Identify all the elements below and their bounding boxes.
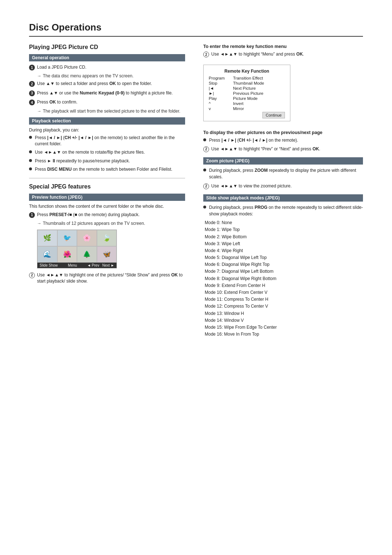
thumb-4: 🍃 (97, 230, 117, 246)
thumb-7: 🌲 (77, 246, 97, 263)
playback-bullet-2: Use ◄►▲▼ on the remote to rotate/flip th… (29, 149, 185, 155)
thumb-bar-menu[interactable]: Menu (68, 263, 77, 267)
other-pics-heading: To display the other pictures on the pre… (203, 130, 363, 135)
remote-key-table-title: Remote Key Function (209, 69, 285, 74)
rkt-key-stop: Stop (209, 81, 229, 85)
rkt-key-next: ►| (209, 91, 229, 96)
rkt-key-up: ^ (209, 101, 229, 106)
rkt-key-play: Play (209, 96, 229, 101)
other-pics-step-2: 2 Use ◄►▲▼ to highlight “Prev” or “Next”… (203, 146, 363, 152)
general-step-2: 2 Use ▲▼ to select a folder and press OK… (29, 81, 185, 87)
mode-2: Mode 2: Wipe Bottom (205, 234, 363, 240)
rkt-key-down: v (209, 106, 229, 111)
rkt-row-stop: Stop Thumbnail Mode (209, 81, 285, 85)
mode-16: Mode 16: Move In From Top (205, 331, 363, 338)
mode-3: Mode 3: Wipe Left (205, 240, 363, 247)
rkt-val-play: Picture Mode (233, 96, 285, 101)
rkt-row-program: Program Transition Effect (209, 76, 285, 80)
mode-6: Mode 6: Diagonal Wipe Right Top (205, 261, 363, 268)
mode-8: Mode 8: Diagonal Wipe Right Bottom (205, 275, 363, 282)
thumb-2: 🐦 (57, 230, 77, 246)
mode-0: Mode 0: None (205, 219, 363, 226)
step-number-1: 1 (29, 65, 35, 70)
playback-intro: During playback, you can: (29, 127, 185, 133)
step-1-text: Load a JPEG Picture CD. (37, 64, 185, 70)
thumb-row-2: 🌊 🌺 🌲 🦋 (37, 246, 117, 263)
rkt-key-prev: |◄ (209, 86, 229, 90)
other-pics-step-num-2: 2 (203, 146, 209, 152)
step-4-arrow: The playback will start from the selecte… (37, 109, 185, 114)
mode-15: Mode 15: Wipe From Edge To Center (205, 324, 363, 331)
thumb-bar: Slide Show Menu ◄ Prev Next ► (37, 263, 117, 268)
thumb-5: 🌊 (37, 246, 57, 263)
mode-1: Mode 1: Wipe Top (205, 226, 363, 233)
preview-intro: This function shows the content of the c… (29, 204, 185, 209)
rkt-val-program: Transition Effect (233, 76, 285, 80)
slideshow-header: Slide show playback modes (JPEG) (203, 194, 363, 202)
mode-4: Mode 4: Wipe Right (205, 247, 363, 254)
rkt-val-down: Mirror (233, 106, 285, 111)
step-4-text: Press OK to confirm. (37, 99, 185, 105)
thumb-bar-slideshow[interactable]: Slide Show (40, 263, 58, 267)
bullet-icon-3 (29, 159, 32, 162)
thumb-6: 🌺 (57, 246, 77, 263)
rkt-key-program: Program (209, 76, 229, 80)
thumb-row-1: 🌿 🐦 🌸 🍃 (37, 230, 117, 246)
mode-13: Mode 13: Window H (205, 310, 363, 317)
general-step-1: 1 Load a JPEG Picture CD. (29, 64, 185, 70)
preview-step-1: 1 Press PRESET-/■ (■ on the remote) duri… (29, 212, 185, 218)
step-number-3: 3 (29, 90, 35, 96)
right-column: To enter the remote key function menu 2 … (203, 44, 363, 338)
rkt-row-play: Play Picture Mode (209, 96, 285, 101)
step-number-2: 2 (29, 81, 35, 87)
step-1-arrow: The data disc menu appears on the TV scr… (37, 73, 185, 78)
rkt-val-prev: Next Picture (233, 86, 285, 90)
bullet-icon-2 (29, 150, 32, 153)
rkt-row-down: v Mirror (209, 106, 285, 111)
playing-jpeg-title: Playing JPEG Picture CD (29, 44, 185, 50)
other-pics-bullet-1: Press |◄ / ►| (CH +/- |◄ / ►| on the rem… (203, 137, 363, 143)
rkt-val-up: Invert (233, 101, 285, 106)
zoom-bullet-1: During playback, press ZOOM repeatedly t… (203, 167, 363, 180)
continue-button-area: Continue (209, 113, 285, 117)
preview-step-1-arrow: Thumbnails of 12 pictures appears on the… (37, 221, 185, 226)
zoom-bullet-1-icon (203, 169, 206, 171)
mode-7: Mode 7: Diagonal Wipe Left Bottom (205, 268, 363, 275)
mode-12: Mode 12: Compress To Center V (205, 303, 363, 310)
continue-button[interactable]: Continue (262, 112, 285, 118)
bullet-icon-4 (29, 167, 32, 170)
remote-key-heading: To enter the remote key function menu (203, 44, 363, 49)
mode-11: Mode 11: Compress To Center H (205, 296, 363, 303)
zoom-step-2: 2 Use ◄►▲▼ to view the zoomed picture. (203, 183, 363, 189)
preview-step-num-1: 1 (29, 212, 35, 218)
mode-14: Mode 14: Window V (205, 317, 363, 324)
page-title: Disc Operations (29, 22, 363, 37)
general-step-4: 4 Press OK to confirm. (29, 99, 185, 105)
general-op-header: General operation (29, 54, 185, 61)
other-bullet-1-icon (203, 138, 206, 141)
bullet-icon-1 (29, 136, 32, 139)
playback-bullet-4: Press DISC MENU on the remote to switch … (29, 166, 185, 173)
left-divider (29, 178, 185, 178)
thumb-bar-nav[interactable]: ◄ Prev Next ► (87, 263, 114, 267)
rkt-row-next: ►| Previous Picture (209, 91, 285, 96)
rkt-row-up: ^ Invert (209, 101, 285, 106)
thumb-8: 🦋 (97, 246, 117, 263)
rkt-row-prev: |◄ Next Picture (209, 86, 285, 90)
remote-key-table: Remote Key Function Program Transition E… (203, 65, 290, 121)
left-column: Playing JPEG Picture CD General operatio… (29, 44, 189, 338)
preview-step-num-2: 2 (29, 272, 35, 278)
step-2-text: Use ▲▼ to select a folder and press OK t… (37, 81, 185, 87)
remote-key-step-num: 2 (203, 52, 209, 57)
slideshow-bullet-icon (203, 206, 206, 208)
playback-bullet-1: Press |◄ / ►| (CH +/- |◄ / ►| on the rem… (29, 135, 185, 147)
rkt-val-stop: Thumbnail Mode (233, 81, 285, 85)
step-number-4: 4 (29, 100, 35, 105)
preview-step-2: 2 Use ◄►▲▼ to highlight one of the pictu… (29, 272, 185, 285)
step-3-text: Press ▲▼ or use the Numeric Keypad (0-9)… (37, 90, 185, 96)
zoom-step-num-2: 2 (203, 183, 209, 189)
modes-list: Mode 0: None Mode 1: Wipe Top Mode 2: Wi… (205, 219, 363, 338)
thumbnail-grid: 🌿 🐦 🌸 🍃 🌊 🌺 🌲 🦋 Slide Show Menu ◄ Prev N… (37, 230, 117, 268)
slideshow-intro-bullet: During playback, press PROG on the remot… (203, 204, 363, 217)
zoom-header: Zoom picture (JPEG) (203, 157, 363, 165)
